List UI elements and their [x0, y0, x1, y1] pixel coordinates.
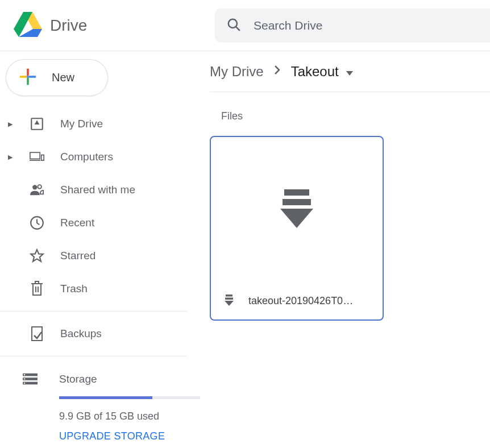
trash-icon [30, 281, 44, 297]
sidebar-item-label: Trash [60, 283, 88, 295]
svg-rect-32 [284, 189, 309, 196]
storage-bar-fill [59, 396, 152, 399]
drive-logo-icon [14, 12, 42, 39]
chevron-right-icon: ▶ [8, 121, 14, 128]
sidebar-item-shared[interactable]: Shared with me [0, 173, 202, 206]
svg-rect-9 [27, 76, 29, 78]
dropdown-arrow-icon [346, 70, 354, 76]
file-footer: takeout-20190426T0… [211, 283, 383, 320]
archive-small-icon [225, 294, 234, 308]
divider [0, 311, 188, 312]
file-name: takeout-20190426T0… [248, 295, 353, 307]
chevron-right-icon [274, 65, 281, 78]
svg-marker-31 [346, 71, 353, 76]
main: My Drive Takeout Files [202, 51, 490, 448]
new-button[interactable]: New [6, 59, 108, 96]
sidebar-item-backups[interactable]: Backups [0, 317, 202, 350]
svg-rect-33 [283, 199, 311, 205]
search-icon [226, 17, 241, 34]
sidebar: New ▶ My Drive ▶ Computers [0, 51, 202, 448]
svg-rect-20 [33, 284, 41, 295]
sidebar-item-label: Recent [60, 217, 94, 229]
sidebar-item-label: Shared with me [60, 184, 135, 196]
sidebar-item-label: Computers [60, 151, 113, 163]
recent-icon [30, 215, 44, 230]
computers-icon [30, 150, 44, 164]
divider [0, 356, 188, 356]
file-grid: takeout-20190426T0… [210, 136, 490, 321]
breadcrumb-current[interactable]: Takeout [291, 64, 354, 80]
sidebar-item-starred[interactable]: Starred [0, 239, 202, 272]
svg-rect-7 [20, 76, 27, 78]
svg-line-4 [236, 27, 240, 31]
storage-icon [23, 373, 38, 385]
svg-rect-36 [225, 297, 233, 300]
star-icon [30, 248, 44, 263]
svg-rect-6 [27, 77, 29, 84]
section-label-files: Files [221, 110, 490, 122]
my-drive-icon [30, 117, 44, 131]
storage-bar [59, 396, 200, 399]
sidebar-item-computers[interactable]: ▶ Computers [0, 140, 202, 173]
sidebar-item-trash[interactable]: Trash [0, 272, 202, 305]
logo-area: Drive [0, 12, 215, 39]
breadcrumb: My Drive Takeout [210, 51, 490, 92]
svg-rect-14 [41, 155, 44, 161]
svg-rect-29 [24, 379, 25, 380]
breadcrumb-current-label: Takeout [291, 64, 339, 79]
plus-icon [19, 68, 37, 88]
sidebar-item-my-drive[interactable]: ▶ My Drive [0, 107, 202, 140]
svg-rect-35 [226, 294, 232, 297]
storage-block: Storage 9.9 GB of 15 GB used UPGRADE STO… [0, 362, 202, 442]
sidebar-item-label: Starred [60, 250, 95, 262]
search-bar[interactable] [215, 9, 490, 43]
sidebar-item-recent[interactable]: Recent [0, 206, 202, 239]
svg-rect-30 [24, 383, 25, 384]
svg-marker-11 [35, 121, 40, 125]
header: Drive [0, 0, 490, 51]
svg-point-16 [38, 185, 41, 189]
svg-rect-12 [30, 152, 40, 159]
sidebar-item-label: Backups [60, 327, 102, 340]
storage-label: Storage [59, 373, 97, 385]
svg-point-15 [32, 185, 37, 189]
backups-icon [30, 326, 44, 342]
svg-marker-37 [225, 301, 234, 306]
svg-rect-5 [27, 68, 29, 75]
file-card[interactable]: takeout-20190426T0… [210, 136, 384, 321]
sidebar-item-storage[interactable]: Storage [23, 362, 202, 396]
upgrade-storage-link[interactable]: UPGRADE STORAGE [59, 430, 202, 442]
svg-rect-28 [24, 374, 25, 375]
new-button-label: New [52, 71, 74, 84]
svg-marker-18 [31, 250, 43, 262]
svg-point-3 [229, 19, 237, 27]
file-thumbnail [211, 137, 383, 283]
shared-icon [30, 182, 44, 197]
svg-rect-23 [35, 281, 39, 284]
breadcrumb-root[interactable]: My Drive [210, 64, 264, 80]
chevron-right-icon: ▶ [8, 154, 14, 161]
app-title: Drive [50, 16, 87, 35]
sidebar-item-label: My Drive [60, 118, 103, 130]
search-input[interactable] [254, 19, 479, 32]
archive-icon [280, 189, 313, 230]
svg-rect-8 [29, 76, 36, 78]
svg-marker-34 [280, 209, 313, 228]
storage-usage-text: 9.9 GB of 15 GB used [59, 410, 202, 422]
